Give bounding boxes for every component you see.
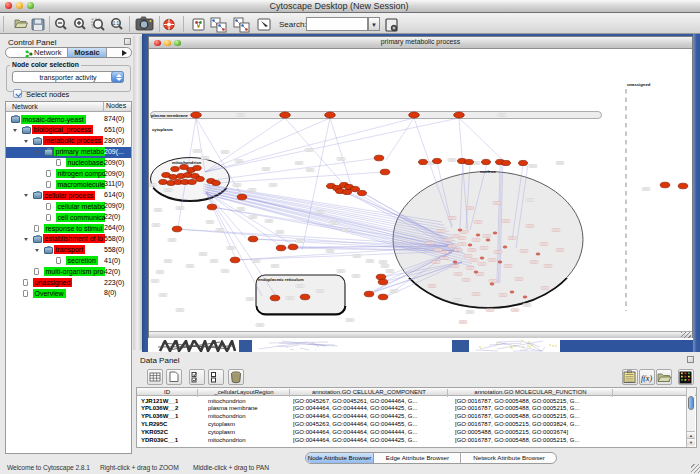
- svg-text:f(x): f(x): [641, 374, 652, 383]
- svg-text:plasma membrane: plasma membrane: [151, 113, 188, 118]
- svg-text:nucleus: nucleus: [480, 169, 496, 174]
- svg-text:1:1: 1:1: [113, 21, 120, 26]
- svg-text:unassigned: unassigned: [627, 82, 651, 87]
- svg-text:mitochondrion: mitochondrion: [172, 160, 202, 165]
- svg-text:cytoplasm: cytoplasm: [152, 127, 173, 132]
